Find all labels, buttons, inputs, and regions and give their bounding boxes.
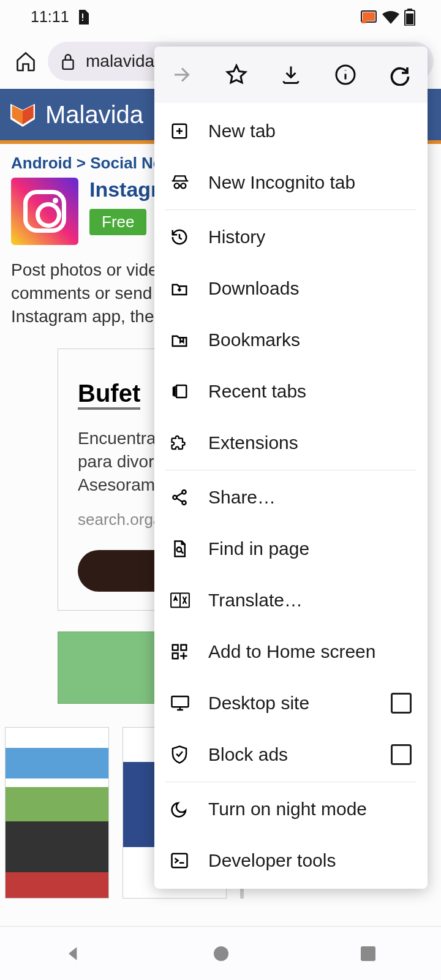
- menu-recent-tabs[interactable]: Recent tabs: [154, 366, 428, 417]
- block-ads-checkbox[interactable]: [391, 744, 412, 765]
- incognito-icon: [170, 173, 191, 192]
- menu-label: Bookmarks: [208, 330, 300, 350]
- menu-separator: [165, 470, 417, 470]
- svg-point-20: [177, 548, 182, 552]
- svg-point-14: [175, 183, 179, 188]
- menu-icon-row: [154, 47, 428, 103]
- menu-label: Developer tools: [208, 850, 336, 871]
- find-in-page-icon: [170, 540, 191, 558]
- svg-rect-24: [181, 645, 187, 650]
- bookmark-folder-icon: [170, 331, 191, 349]
- svg-point-8: [214, 946, 228, 961]
- translate-icon: [170, 592, 191, 608]
- menu-label: Add to Home screen: [208, 641, 375, 662]
- plus-square-icon: [170, 122, 191, 140]
- menu-find[interactable]: Find in page: [154, 523, 428, 575]
- menu-incognito[interactable]: New Incognito tab: [154, 157, 428, 208]
- recents-button[interactable]: [359, 944, 377, 963]
- app-title: Instagr: [89, 178, 159, 202]
- menu-history[interactable]: History: [154, 211, 428, 263]
- svg-rect-1: [82, 20, 83, 21]
- menu-label: New Incognito tab: [208, 172, 355, 193]
- svg-rect-26: [172, 696, 188, 707]
- clock: 11:11: [31, 8, 69, 26]
- sim-alert-icon: [77, 10, 89, 24]
- svg-rect-16: [176, 385, 186, 398]
- menu-block-ads[interactable]: Block ads: [154, 729, 428, 780]
- folder-download-icon: [170, 279, 191, 298]
- svg-point-15: [181, 183, 186, 188]
- menu-label: Recent tabs: [208, 381, 306, 402]
- menu-extensions[interactable]: Extensions: [154, 417, 428, 469]
- page-info-button[interactable]: [334, 64, 356, 86]
- menu-night-mode[interactable]: Turn on night mode: [154, 783, 428, 835]
- menu-separator: [165, 209, 417, 210]
- site-name: Malavida: [45, 101, 143, 129]
- puzzle-icon: [170, 434, 191, 452]
- menu-devtools[interactable]: Developer tools: [154, 835, 428, 886]
- menu-label: New tab: [208, 121, 276, 141]
- home-button[interactable]: [7, 43, 44, 80]
- svg-rect-0: [82, 13, 83, 18]
- arrow-forward-icon: [171, 64, 193, 86]
- svg-rect-9: [361, 946, 375, 961]
- svg-rect-6: [406, 13, 413, 24]
- menu-label: Share…: [208, 487, 276, 508]
- malavida-logo-icon: [7, 99, 38, 130]
- desktop-site-checkbox[interactable]: [391, 693, 412, 714]
- moon-icon: [170, 800, 191, 818]
- browser-overflow-menu: New tab New Incognito tab History Downlo…: [154, 47, 428, 889]
- menu-label: Translate…: [208, 590, 303, 611]
- menu-new-tab[interactable]: New tab: [154, 105, 428, 157]
- menu-label: Block ads: [208, 744, 288, 765]
- forward-button: [171, 64, 193, 86]
- svg-rect-7: [62, 60, 73, 69]
- info-icon: [334, 64, 356, 86]
- recent-tabs-icon: [170, 382, 191, 401]
- menu-desktop-site[interactable]: Desktop site: [154, 677, 428, 729]
- terminal-icon: [170, 852, 191, 869]
- wifi-icon: [382, 10, 399, 24]
- price-badge: Free: [89, 209, 146, 235]
- desktop-icon: [170, 694, 191, 712]
- add-to-home-icon: [170, 643, 191, 661]
- svg-rect-27: [172, 854, 187, 868]
- back-button[interactable]: [64, 944, 83, 963]
- battery-icon: [404, 9, 415, 26]
- bookmark-star-button[interactable]: [225, 64, 247, 86]
- status-bar: 11:11: [0, 0, 441, 34]
- menu-add-home[interactable]: Add to Home screen: [154, 626, 428, 677]
- download-icon: [280, 64, 302, 86]
- share-icon: [170, 488, 191, 507]
- nav-recents-icon: [359, 944, 377, 963]
- svg-rect-23: [173, 645, 178, 650]
- lock-icon: [60, 52, 76, 70]
- svg-rect-25: [173, 654, 178, 659]
- menu-downloads[interactable]: Downloads: [154, 263, 428, 314]
- menu-label: Desktop site: [208, 693, 309, 714]
- home-icon: [15, 50, 37, 72]
- history-icon: [170, 228, 191, 246]
- home-nav-button[interactable]: [211, 944, 231, 963]
- menu-separator: [165, 782, 417, 782]
- download-button[interactable]: [280, 64, 302, 86]
- ad-headline: Bufet: [78, 380, 140, 410]
- nav-back-icon: [64, 944, 83, 963]
- reload-button[interactable]: [389, 64, 411, 86]
- shield-check-icon: [170, 745, 191, 764]
- menu-bookmarks[interactable]: Bookmarks: [154, 314, 428, 366]
- nav-home-icon: [211, 944, 231, 963]
- url-text: malavida: [86, 51, 154, 71]
- menu-translate[interactable]: Translate…: [154, 575, 428, 626]
- screenshot-thumb[interactable]: [5, 727, 109, 899]
- menu-label: Extensions: [208, 432, 298, 453]
- menu-label: Find in page: [208, 538, 309, 559]
- cast-icon: [360, 10, 377, 24]
- system-nav-bar: [0, 926, 441, 980]
- menu-label: Downloads: [208, 278, 299, 299]
- instagram-app-icon[interactable]: [11, 178, 78, 245]
- reload-icon: [389, 64, 411, 86]
- star-icon: [225, 64, 247, 86]
- menu-label: Turn on night mode: [208, 799, 367, 820]
- menu-share[interactable]: Share…: [154, 472, 428, 523]
